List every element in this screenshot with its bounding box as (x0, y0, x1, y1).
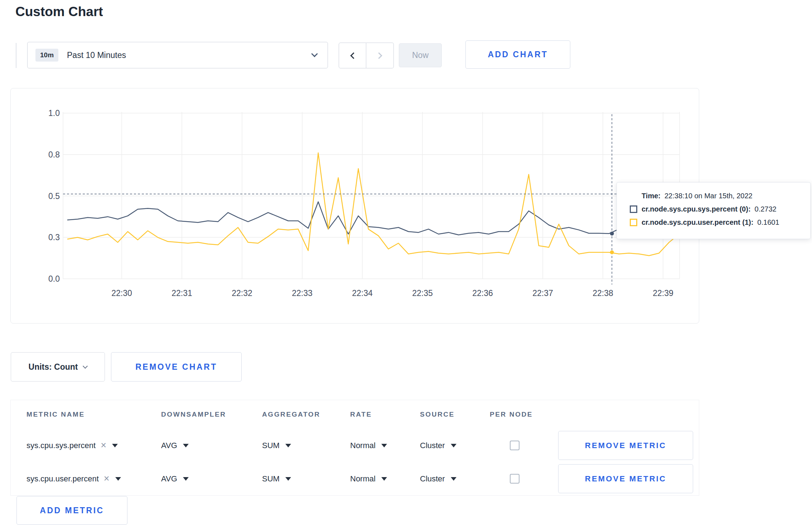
remove-metric-button[interactable]: REMOVE METRIC (558, 431, 693, 460)
now-button[interactable]: Now (399, 43, 442, 67)
svg-text:22:37: 22:37 (532, 288, 553, 298)
tooltip-series-value: 0.2732 (755, 205, 777, 213)
caret-down-icon (183, 477, 189, 481)
col-header-source: SOURCE (420, 411, 490, 418)
time-range-label: Past 10 Minutes (67, 50, 312, 60)
metric-row: sys.cpu.sys.percent × AVG SUM Normal Clu… (11, 429, 699, 462)
aggregator-select[interactable]: SUM (262, 441, 350, 450)
chevron-down-icon (311, 50, 318, 57)
add-metric-button[interactable]: ADD METRIC (16, 496, 127, 525)
chart-panel: 0.00.30.50.81.022:3022:3122:3222:3322:34… (10, 88, 699, 324)
source-value: Cluster (420, 474, 445, 484)
svg-text:0.5: 0.5 (48, 191, 60, 201)
tooltip-time-label: Time: (642, 192, 661, 200)
svg-text:22:36: 22:36 (472, 288, 493, 298)
tooltip-series-row: cr.node.sys.cpu.user.percent (1): 0.1601 (630, 218, 800, 227)
caret-down-icon (451, 444, 456, 447)
metrics-table: METRIC NAME DOWNSAMPLER AGGREGATOR RATE … (10, 400, 699, 496)
col-header-rate: RATE (350, 411, 420, 418)
tooltip-series-label: cr.node.sys.cpu.user.percent (1): (642, 218, 753, 227)
rate-value: Normal (350, 441, 376, 450)
rate-select[interactable]: Normal (350, 441, 420, 450)
col-header-per-node: PER NODE (490, 411, 558, 418)
downsampler-value: AVG (161, 474, 177, 484)
aggregator-select[interactable]: SUM (262, 474, 350, 484)
svg-text:0.3: 0.3 (48, 233, 60, 242)
source-value: Cluster (420, 441, 445, 450)
tooltip-time-row: Time: 22:38:10 on Mar 15th, 2022 (630, 192, 800, 200)
downsampler-value: AVG (161, 441, 177, 450)
add-chart-button[interactable]: ADD CHART (465, 40, 570, 69)
tooltip-series-row: cr.node.sys.cpu.sys.percent (0): 0.2732 (630, 205, 800, 213)
col-header-metric-name: METRIC NAME (26, 411, 161, 418)
per-node-checkbox[interactable] (510, 474, 519, 484)
remove-chart-button[interactable]: REMOVE CHART (111, 352, 242, 382)
svg-text:22:38: 22:38 (593, 288, 613, 298)
time-back-button[interactable] (339, 43, 366, 68)
aggregator-value: SUM (262, 441, 280, 450)
svg-text:0.0: 0.0 (48, 274, 60, 283)
aggregator-value: SUM (262, 474, 280, 484)
time-series-chart[interactable]: 0.00.30.50.81.022:3022:3122:3222:3322:34… (11, 88, 699, 323)
page-title: Custom Chart (15, 4, 103, 19)
clear-metric-icon[interactable]: × (101, 441, 106, 450)
caret-down-icon (112, 444, 118, 447)
svg-text:0.8: 0.8 (48, 150, 60, 159)
col-header-aggregator: AGGREGATOR (262, 411, 350, 418)
time-range-select[interactable]: 10m Past 10 Minutes (27, 42, 328, 68)
clear-metric-icon[interactable]: × (104, 474, 110, 484)
remove-metric-button[interactable]: REMOVE METRIC (558, 464, 693, 493)
units-select[interactable]: Units: Count (11, 352, 105, 382)
tooltip-series-label: cr.node.sys.cpu.sys.percent (0): (642, 205, 751, 213)
svg-text:22:39: 22:39 (653, 288, 673, 298)
source-select[interactable]: Cluster (420, 441, 490, 450)
metric-name-select[interactable]: sys.cpu.sys.percent × (26, 441, 161, 450)
svg-text:22:31: 22:31 (171, 288, 192, 298)
tooltip-series-value: 0.1601 (757, 218, 779, 227)
source-select[interactable]: Cluster (420, 474, 490, 484)
units-label: Units: Count (29, 362, 78, 372)
caret-down-icon (183, 444, 189, 447)
chevron-right-icon (376, 52, 382, 59)
rate-value: Normal (350, 474, 376, 484)
svg-text:1.0: 1.0 (48, 108, 60, 118)
series-sys-swatch-icon (630, 205, 637, 213)
time-range-badge: 10m (35, 49, 58, 62)
caret-down-icon (381, 477, 387, 481)
metric-name-select[interactable]: sys.cpu.user.percent × (26, 474, 161, 484)
tooltip-time-value: 22:38:10 on Mar 15th, 2022 (664, 192, 753, 200)
downsampler-select[interactable]: AVG (161, 441, 262, 450)
col-header-downsampler: DOWNSAMPLER (161, 411, 262, 418)
downsampler-select[interactable]: AVG (161, 474, 262, 484)
svg-text:22:34: 22:34 (352, 288, 373, 298)
caret-down-icon (115, 477, 121, 481)
chevron-down-icon (83, 364, 88, 369)
caret-down-icon (381, 444, 387, 447)
svg-text:22:33: 22:33 (292, 288, 313, 298)
per-node-checkbox[interactable] (510, 441, 519, 450)
chart-tooltip: Time: 22:38:10 on Mar 15th, 2022 cr.node… (617, 182, 811, 239)
metrics-table-header: METRIC NAME DOWNSAMPLER AGGREGATOR RATE … (11, 400, 699, 429)
caret-down-icon (285, 444, 291, 447)
caret-down-icon (285, 477, 291, 481)
custom-chart-page: Custom Chart 10m Past 10 Minutes Now ADD… (0, 0, 812, 529)
series-user-swatch-icon (630, 219, 637, 226)
time-forward-button[interactable] (366, 43, 394, 68)
svg-text:22:32: 22:32 (232, 288, 252, 298)
toolbar-divider (16, 43, 16, 68)
svg-text:22:30: 22:30 (111, 288, 132, 298)
svg-text:22:35: 22:35 (412, 288, 433, 298)
chevron-left-icon (350, 52, 357, 59)
metric-name-value: sys.cpu.user.percent (26, 474, 99, 484)
metric-row: sys.cpu.user.percent × AVG SUM Normal Cl… (11, 462, 699, 495)
caret-down-icon (451, 477, 456, 481)
time-nav-group (339, 43, 394, 68)
metric-name-value: sys.cpu.sys.percent (26, 441, 96, 450)
rate-select[interactable]: Normal (350, 474, 420, 484)
